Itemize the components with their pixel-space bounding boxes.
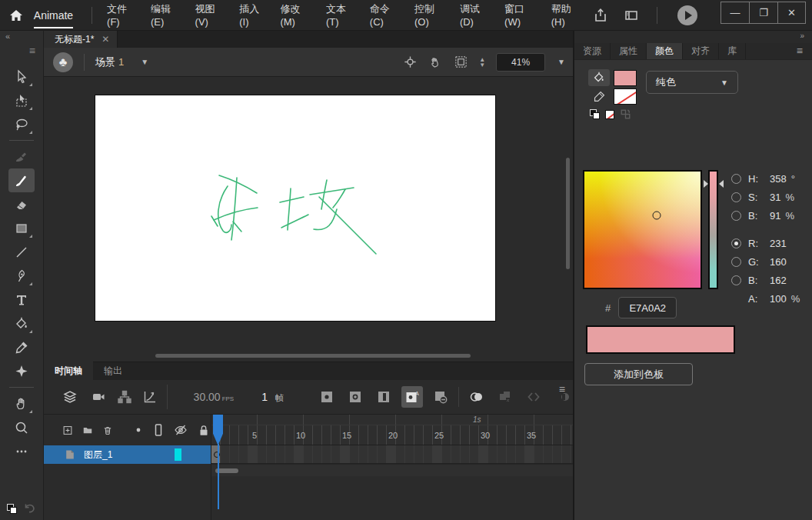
camera-icon[interactable] [92,389,107,405]
frame-cell-26[interactable] [442,445,451,463]
frame-cell-24[interactable] [424,445,433,463]
frame-cell-6[interactable] [258,445,267,463]
color-value[interactable]: 358 [770,173,787,185]
color-radio[interactable] [731,211,741,221]
frame-cell-7[interactable] [267,445,276,463]
color-radio[interactable] [731,257,741,267]
tools-menu-icon[interactable]: ≡ [29,45,35,57]
subselection-tool[interactable] [8,88,35,112]
frame-cell-28[interactable] [461,445,470,463]
rotation-tool-icon[interactable] [426,52,444,71]
current-frame-value[interactable]: 1 [261,391,268,403]
center-stage-icon[interactable] [403,55,418,69]
color-value[interactable]: 160 [770,256,787,268]
menu-item-9[interactable]: 窗口(W) [498,0,543,32]
document-tab[interactable]: 无标题-1* ✕ [44,31,118,48]
lock-layer-icon[interactable] [197,423,211,438]
close-button[interactable]: ✕ [777,2,806,24]
fluid-brush-tool[interactable] [8,145,35,168]
frame-cell-10[interactable] [295,445,304,463]
fps-value[interactable]: 30.00 [194,391,221,403]
remove-frame-button[interactable] [430,386,451,408]
stepper-down-icon[interactable]: ▼ [479,62,485,68]
frame-cell-13[interactable] [322,445,331,463]
insert-blank-keyframe-button[interactable] [344,386,366,408]
insert-frame-button[interactable] [373,386,394,408]
menu-item-2[interactable]: 视图(V) [188,0,231,32]
frame-cell-15[interactable] [341,445,350,463]
frame-cell-8[interactable] [276,445,285,463]
color-value[interactable]: 31 [770,192,780,203]
frame-cell-2[interactable] [221,445,230,463]
frame-cell-37[interactable] [544,445,553,463]
collapse-panel-icon[interactable]: « [5,32,8,41]
fill-color-button[interactable] [588,69,610,86]
menu-item-8[interactable]: 调试(D) [453,0,496,32]
lasso-tool[interactable] [8,112,35,136]
panel-tab-对齐[interactable]: 对齐 [683,43,719,59]
frame-cell-33[interactable] [507,445,516,463]
frame-cell-9[interactable] [285,445,295,463]
timeline-scroll-thumb[interactable] [215,468,238,473]
frame-cell-19[interactable] [378,445,387,463]
no-color-icon[interactable] [605,110,614,119]
frame-cell-35[interactable] [525,445,534,463]
test-movie-button[interactable] [677,5,697,25]
layer-parenting-icon[interactable] [117,389,132,405]
frame-cell-32[interactable] [498,445,507,463]
more-tools-button[interactable] [8,439,35,463]
outline-view-icon[interactable] [152,423,165,437]
minimize-button[interactable]: — [720,2,749,24]
workspace-button[interactable] [618,5,644,26]
frame-cell-11[interactable] [304,445,313,463]
new-folder-icon[interactable] [82,423,93,438]
add-to-swatches-button[interactable]: 添加到色板 [584,363,693,385]
fill-color-swatch[interactable] [614,70,637,86]
frame-cell-3[interactable] [230,445,239,463]
color-radio[interactable] [731,238,741,248]
frame-ruler[interactable]: 5101520253035 [211,425,573,445]
app-name[interactable]: Animate [32,9,84,22]
hide-layer-icon[interactable] [173,422,188,438]
expand-panel-icon[interactable]: » [800,32,803,40]
frame-cell-31[interactable] [488,445,498,463]
create-tween-button[interactable] [494,386,516,408]
panel-menu-icon[interactable]: ≡ [787,43,812,59]
hue-slider-handles[interactable] [704,180,724,188]
line-tool[interactable] [8,240,35,264]
timeline-tab-时间轴[interactable]: 时间轴 [44,362,93,381]
pen-tool[interactable] [8,264,35,288]
color-value[interactable]: 91 [770,210,780,222]
scene-label[interactable]: 场景1 [95,55,124,69]
color-picker-marker[interactable] [652,212,661,220]
menu-item-4[interactable]: 修改(M) [273,0,317,32]
rectangle-tool[interactable] [8,216,35,240]
stroke-color-swatch[interactable] [614,88,637,105]
frame-cell-18[interactable] [368,445,378,463]
selection-tool[interactable] [8,65,35,88]
eraser-tool[interactable] [8,192,35,216]
menu-item-1[interactable]: 编辑(E) [144,0,187,32]
frame-cell-5[interactable] [248,445,258,463]
maximize-button[interactable]: ❐ [749,2,777,24]
swap-fill-stroke-icon[interactable] [620,108,631,120]
menu-item-7[interactable]: 控制(O) [408,0,451,32]
paint-bucket-tool[interactable] [8,312,35,335]
layer-row[interactable]: 图层_1 [44,445,211,464]
frame-cell-25[interactable] [433,445,442,463]
highlight-dot-icon[interactable] [133,425,144,435]
color-mode-select[interactable]: 纯色 ▼ [646,71,738,94]
clip-content-icon[interactable] [454,55,468,69]
frame-row[interactable] [211,445,573,464]
frame-cell-14[interactable] [331,445,341,463]
hex-input[interactable]: E7A0A2 [618,297,677,318]
frame-cell-4[interactable] [239,445,248,463]
delete-layer-icon[interactable] [102,423,113,438]
frame-cell-29[interactable] [470,445,479,463]
frame-cell-38[interactable] [553,445,562,463]
graph-editor-icon[interactable] [142,389,158,405]
auto-keyframe-button[interactable]: A [401,386,423,408]
frame-cell-27[interactable] [451,445,461,463]
text-tool[interactable] [8,288,35,312]
eyedropper-tool[interactable] [8,335,35,359]
